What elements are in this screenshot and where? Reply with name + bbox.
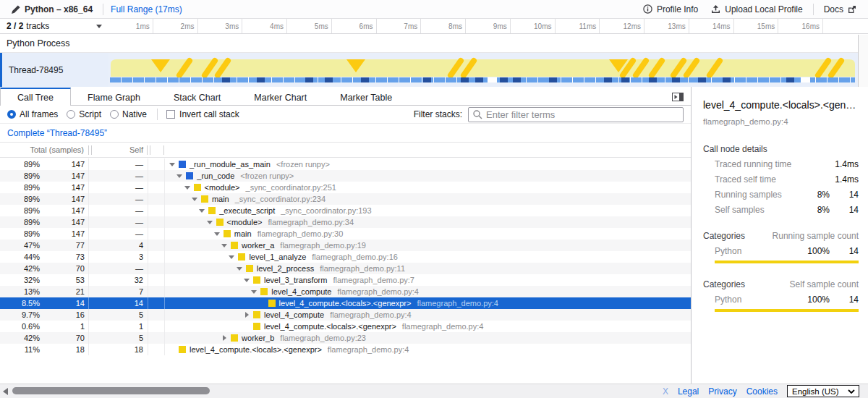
tab-marker-chart[interactable]: Marker Chart bbox=[237, 88, 323, 106]
sample-marker bbox=[604, 77, 612, 82]
expander-open-icon[interactable] bbox=[192, 198, 201, 201]
triangle-down-icon bbox=[199, 209, 205, 213]
complete-range-link[interactable]: Complete “Thread-78495” bbox=[7, 128, 107, 138]
track-python-process[interactable]: Python Process bbox=[0, 34, 868, 53]
scrollbar-thumb[interactable] bbox=[12, 387, 210, 394]
call-tree-row[interactable]: 42%705worker_bflamegraph_demo.py:23 bbox=[0, 332, 691, 344]
full-range-link[interactable]: Full Range (17ms) bbox=[111, 4, 182, 14]
expander-open-icon[interactable] bbox=[244, 279, 253, 282]
invert-call-stack-checkbox[interactable]: Invert call stack bbox=[166, 109, 239, 119]
ruler-tick: 4ms bbox=[242, 19, 287, 33]
profile-info-button[interactable]: Profile Info bbox=[640, 4, 701, 14]
call-tree-row[interactable]: 89%147—main_sync_coordinator.py:234 bbox=[0, 193, 691, 205]
expander-open-icon[interactable] bbox=[184, 186, 194, 190]
sample-marker bbox=[257, 77, 265, 82]
sidebar-detail-row: Traced running time1.4ms bbox=[715, 159, 859, 169]
category-square-icon bbox=[246, 265, 253, 272]
row-tree-cell: main_sync_coordinator.py:234 bbox=[165, 195, 691, 203]
call-tree-row[interactable]: 89%147—_run_module_as_main<frozen runpy> bbox=[0, 158, 691, 170]
function-name: worker_b bbox=[242, 334, 274, 342]
ruler-tick: 3ms bbox=[198, 19, 243, 33]
ruler-ticks: 1ms2ms3ms4ms5ms6ms7ms8ms9ms10ms11ms12ms1… bbox=[109, 19, 868, 33]
row-tree-cell: level_4_computeflamegraph_demo.py:4 bbox=[165, 287, 691, 296]
expander-open-icon[interactable] bbox=[207, 221, 216, 224]
radio-script[interactable]: Script bbox=[67, 109, 101, 119]
call-tree-row[interactable]: 44%733level_1_analyzeflamegraph_demo.py:… bbox=[0, 251, 691, 263]
tab-stack-chart[interactable]: Stack Chart bbox=[157, 88, 237, 106]
ruler-tick: 9ms bbox=[466, 19, 511, 33]
expander-open-icon[interactable] bbox=[214, 232, 224, 236]
scroll-left-icon[interactable] bbox=[3, 388, 8, 395]
row-total-percent: 44% bbox=[0, 253, 40, 261]
triangle-right-icon bbox=[223, 335, 226, 341]
ruler-tick: 15ms bbox=[734, 19, 779, 33]
expander-collapsed-icon[interactable] bbox=[221, 335, 231, 341]
timeline-scrollbar-strip[interactable] bbox=[858, 35, 868, 87]
row-self-samples: 5 bbox=[89, 310, 148, 319]
triangle-down-icon bbox=[229, 255, 234, 259]
track-thread-78495[interactable]: Thread-78495 bbox=[0, 53, 868, 87]
tab-marker-table[interactable]: Marker Table bbox=[323, 88, 409, 106]
category-square-icon bbox=[268, 300, 276, 307]
call-tree-row[interactable]: 89%147—_run_code<frozen runpy> bbox=[0, 170, 691, 182]
horizontal-scrollbar[interactable] bbox=[0, 384, 663, 398]
call-tree-row[interactable]: 9.7%165level_4_computeflamegraph_demo.py… bbox=[0, 309, 691, 321]
docs-button[interactable]: Docs bbox=[821, 4, 859, 14]
footer-link-x[interactable]: X bbox=[663, 386, 668, 397]
row-self-samples: 1 bbox=[89, 322, 148, 331]
expander-open-icon[interactable] bbox=[251, 290, 260, 294]
expander-open-icon[interactable] bbox=[237, 267, 246, 271]
chevron-down-icon bbox=[848, 389, 855, 394]
language-select[interactable]: English (US) bbox=[787, 385, 859, 397]
function-location: flamegraph_demo.py:4 bbox=[337, 287, 419, 296]
call-tree-row[interactable]: 42%70—level_2_processflamegraph_demo.py:… bbox=[0, 263, 691, 274]
expander-collapsed-icon[interactable] bbox=[244, 312, 253, 318]
call-node-sidebar: level_4_compute.<locals>.<genexpr> flame… bbox=[691, 87, 868, 384]
expander-open-icon[interactable] bbox=[176, 174, 186, 178]
detail-value: 1.4ms bbox=[797, 174, 859, 185]
row-total-percent: 32% bbox=[0, 276, 40, 284]
detail-percent: 8% bbox=[797, 205, 830, 215]
call-tree-row[interactable]: 89%147—_execute_script_sync_coordinator.… bbox=[0, 205, 691, 216]
category-count: 14 bbox=[830, 246, 859, 256]
category-square-icon bbox=[216, 219, 224, 226]
tracks-dropdown[interactable]: 2 / 2 tracks bbox=[0, 19, 109, 33]
column-header-total[interactable]: Total (samples) bbox=[0, 145, 88, 154]
radio-all-frames[interactable]: All frames bbox=[7, 109, 58, 119]
call-tree-row[interactable]: 13%217level_4_computeflamegraph_demo.py:… bbox=[0, 286, 691, 297]
call-tree-row[interactable]: 89%147—<module>_sync_coordinator.py:251 bbox=[0, 182, 691, 193]
call-tree-row[interactable]: 47%774worker_aflamegraph_demo.py:19 bbox=[0, 240, 691, 251]
call-tree-row[interactable]: 89%147—mainflamegraph_demo.py:30 bbox=[0, 228, 691, 240]
row-total-percent: 42% bbox=[0, 334, 40, 342]
row-total-samples: 147 bbox=[40, 172, 88, 180]
function-location: flamegraph_demo.py:16 bbox=[312, 253, 398, 261]
tab-call-tree[interactable]: Call Tree bbox=[0, 88, 71, 106]
thread-activity-graph[interactable] bbox=[109, 53, 857, 87]
upload-profile-button[interactable]: Upload Local Profile bbox=[708, 4, 805, 14]
expander-open-icon[interactable] bbox=[229, 255, 238, 259]
sidebar-toggle-button[interactable] bbox=[672, 93, 684, 101]
process-track-label: Python Process bbox=[7, 38, 70, 48]
triangle-down-icon bbox=[207, 221, 213, 224]
function-location: _sync_coordinator.py:251 bbox=[246, 183, 336, 192]
footer-link-privacy[interactable]: Privacy bbox=[708, 386, 736, 397]
expander-open-icon[interactable] bbox=[169, 163, 179, 166]
footer-link-legal[interactable]: Legal bbox=[678, 386, 699, 397]
call-tree-row[interactable]: 8.5%1414level_4_compute.<locals>.<genexp… bbox=[0, 297, 691, 309]
expander-open-icon[interactable] bbox=[221, 244, 231, 247]
row-tree-cell: <module>flamegraph_demo.py:34 bbox=[165, 218, 691, 226]
call-tree-row[interactable]: 89%147—<module>flamegraph_demo.py:34 bbox=[0, 216, 691, 228]
expander-open-icon[interactable] bbox=[199, 209, 208, 213]
profile-name-button[interactable]: Python – x86_64 bbox=[9, 4, 95, 14]
row-total-percent: 89% bbox=[0, 229, 40, 238]
category-header-label: Categories bbox=[703, 231, 773, 241]
call-tree-row[interactable]: 11%1818level_4_compute.<locals>.<genexpr… bbox=[0, 344, 691, 355]
call-tree-row[interactable]: 32%5332level_3_transformflamegraph_demo.… bbox=[0, 274, 691, 286]
row-total-percent: 47% bbox=[0, 241, 40, 250]
footer-link-cookies[interactable]: Cookies bbox=[746, 386, 778, 397]
call-tree-row[interactable]: 0.6%11level_4_compute.<locals>.<genexpr>… bbox=[0, 321, 691, 332]
tab-flame-graph[interactable]: Flame Graph bbox=[71, 88, 157, 106]
radio-native[interactable]: Native bbox=[110, 109, 147, 119]
filter-input[interactable] bbox=[469, 108, 683, 122]
column-header-self[interactable]: Self bbox=[92, 145, 147, 154]
